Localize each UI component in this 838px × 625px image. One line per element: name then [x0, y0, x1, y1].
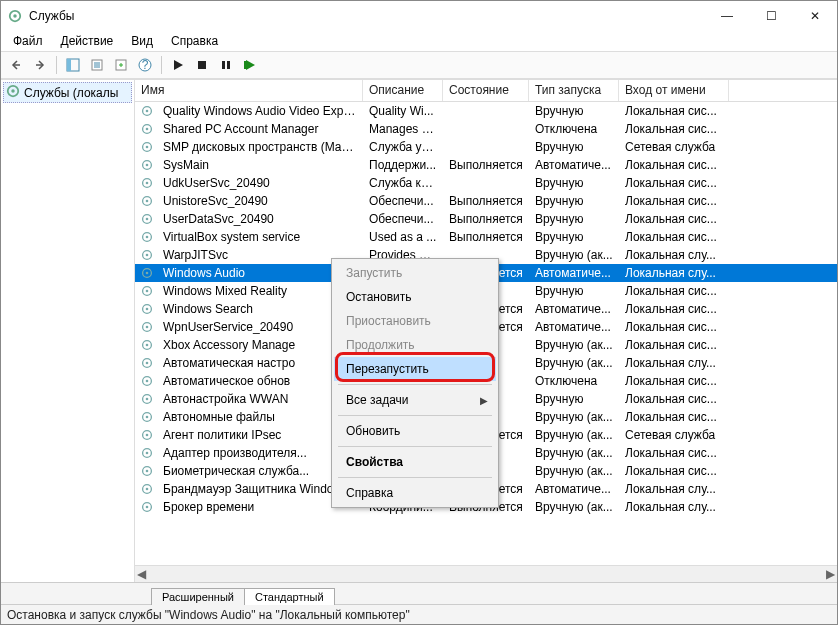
header-state[interactable]: Состояние — [443, 80, 529, 101]
svc-logon: Локальная сис... — [619, 302, 729, 316]
svc-start: Вручную (ак... — [529, 248, 619, 262]
restart-service-button[interactable] — [239, 54, 261, 76]
svc-start: Автоматиче... — [529, 266, 619, 280]
menu-help[interactable]: Справка — [163, 32, 226, 50]
gear-icon — [139, 374, 155, 388]
menubar: Файл Действие Вид Справка — [1, 31, 837, 51]
svc-state: Выполняется — [443, 230, 529, 244]
service-row[interactable]: UserDataSvc_20490Обеспечи...ВыполняетсяВ… — [135, 210, 837, 228]
service-row[interactable]: SMP дисковых пространств (Майкр...Служба… — [135, 138, 837, 156]
svg-marker-11 — [174, 60, 183, 70]
tree-sidebar[interactable]: Службы (локалы — [1, 80, 135, 582]
svc-logon: Локальная сис... — [619, 338, 729, 352]
gear-icon — [139, 158, 155, 172]
service-row[interactable]: VirtualBox system serviceUsed as a ...Вы… — [135, 228, 837, 246]
menu-action[interactable]: Действие — [53, 32, 122, 50]
svc-logon: Локальная сис... — [619, 320, 729, 334]
service-row[interactable]: SysMainПоддержи...ВыполняетсяАвтоматиче.… — [135, 156, 837, 174]
gear-icon — [139, 428, 155, 442]
svc-logon: Локальная слу... — [619, 266, 729, 280]
svg-rect-3 — [67, 59, 71, 71]
svc-state: Выполняется — [443, 194, 529, 208]
maximize-button[interactable]: ☐ — [749, 2, 793, 30]
back-button[interactable] — [5, 54, 27, 76]
svg-point-44 — [146, 326, 149, 329]
header-description[interactable]: Описание — [363, 80, 443, 101]
service-row[interactable]: UdkUserSvc_20490Служба ко...ВручнуюЛокал… — [135, 174, 837, 192]
svc-name: Shared PC Account Manager — [157, 122, 363, 136]
forward-button[interactable] — [29, 54, 51, 76]
help-button[interactable]: ? — [134, 54, 156, 76]
horizontal-scrollbar[interactable]: ◀▶ — [135, 565, 837, 582]
ctx-properties[interactable]: Свойства — [334, 450, 496, 474]
pause-service-button[interactable] — [215, 54, 237, 76]
svg-rect-13 — [222, 61, 225, 69]
svc-desc: Обеспечи... — [363, 212, 443, 226]
gear-icon — [139, 356, 155, 370]
header-logon[interactable]: Вход от имени — [619, 80, 729, 101]
gear-icon — [139, 266, 155, 280]
ctx-resume: Продолжить — [334, 333, 496, 357]
tab-standard[interactable]: Стандартный — [244, 588, 335, 605]
tab-extended[interactable]: Расширенный — [151, 588, 245, 605]
export-button[interactable] — [110, 54, 132, 76]
header-startup[interactable]: Тип запуска — [529, 80, 619, 101]
menu-view[interactable]: Вид — [123, 32, 161, 50]
properties-button[interactable] — [86, 54, 108, 76]
svc-logon: Локальная сис... — [619, 284, 729, 298]
gear-icon — [139, 104, 155, 118]
ctx-stop[interactable]: Остановить — [334, 285, 496, 309]
svg-rect-16 — [244, 61, 246, 69]
svc-logon: Локальная сис... — [619, 176, 729, 190]
svg-point-48 — [146, 362, 149, 365]
svc-desc: Служба ко... — [363, 176, 443, 190]
start-service-button[interactable] — [167, 54, 189, 76]
ctx-restart[interactable]: Перезапустить — [334, 357, 496, 381]
gear-icon — [139, 194, 155, 208]
stop-service-button[interactable] — [191, 54, 213, 76]
window-title: Службы — [29, 9, 705, 23]
svc-start: Отключена — [529, 122, 619, 136]
svg-point-60 — [146, 470, 149, 473]
svc-desc: Служба уз... — [363, 140, 443, 154]
svc-name: UserDataSvc_20490 — [157, 212, 363, 226]
svc-state: Выполняется — [443, 212, 529, 226]
service-row[interactable]: Quality Windows Audio Video Experi...Qua… — [135, 102, 837, 120]
submenu-arrow-icon: ▶ — [480, 395, 488, 406]
tree-node-services-local[interactable]: Службы (локалы — [3, 82, 132, 103]
svc-start: Автоматиче... — [529, 320, 619, 334]
svg-point-28 — [146, 182, 149, 185]
services-window: Службы — ☐ ✕ Файл Действие Вид Справка ?… — [0, 0, 838, 625]
svc-start: Автоматиче... — [529, 158, 619, 172]
header-name[interactable]: Имя — [135, 80, 363, 101]
minimize-button[interactable]: — — [705, 2, 749, 30]
gear-icon — [139, 284, 155, 298]
svc-name: SMP дисковых пространств (Майкр... — [157, 140, 363, 154]
ctx-refresh[interactable]: Обновить — [334, 419, 496, 443]
ctx-separator — [338, 477, 492, 478]
ctx-help[interactable]: Справка — [334, 481, 496, 505]
svc-start: Вручную — [529, 230, 619, 244]
svc-name: UdkUserSvc_20490 — [157, 176, 363, 190]
svc-start: Вручную (ак... — [529, 356, 619, 370]
svc-logon: Локальная сис... — [619, 104, 729, 118]
menu-file[interactable]: Файл — [5, 32, 51, 50]
gear-icon — [139, 302, 155, 316]
ctx-all-tasks[interactable]: Все задачи▶ — [334, 388, 496, 412]
gear-icon — [139, 392, 155, 406]
svc-logon: Локальная сис... — [619, 122, 729, 136]
svc-start: Вручную (ак... — [529, 464, 619, 478]
gear-icon — [6, 84, 20, 101]
svc-logon: Локальная слу... — [619, 500, 729, 514]
gear-icon — [139, 338, 155, 352]
service-row[interactable]: UnistoreSvc_20490Обеспечи...ВыполняетсяВ… — [135, 192, 837, 210]
show-hide-tree-button[interactable] — [62, 54, 84, 76]
svc-name: Quality Windows Audio Video Experi... — [157, 104, 363, 118]
svc-logon: Локальная сис... — [619, 212, 729, 226]
svc-logon: Локальная сис... — [619, 464, 729, 478]
svg-text:?: ? — [142, 58, 149, 72]
toolbar-separator — [161, 56, 162, 74]
close-button[interactable]: ✕ — [793, 2, 837, 30]
gear-icon — [139, 122, 155, 136]
service-row[interactable]: Shared PC Account ManagerManages p...Отк… — [135, 120, 837, 138]
